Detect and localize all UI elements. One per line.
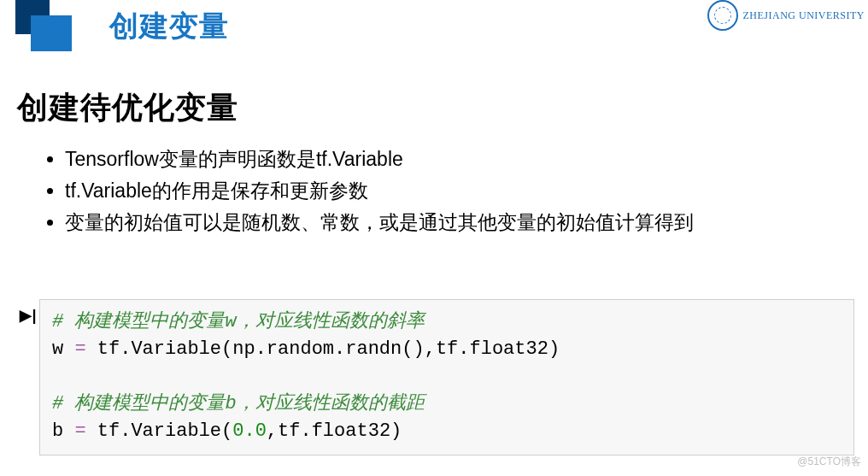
list-item: 变量的初始值可以是随机数、常数，或是通过其他变量的初始值计算得到: [65, 207, 694, 238]
watermark: @51CTO博客: [797, 455, 861, 469]
code-text: ,tf.float32): [267, 420, 402, 442]
university-brand: ZHEJIANG UNIVERSITY: [707, 0, 868, 31]
code-number: 0.0: [232, 420, 267, 442]
code-comment: # 构建模型中的变量b，对应线性函数的截距: [52, 393, 425, 414]
code-text: tf.Variable(: [86, 420, 233, 442]
code-text: tf.Variable(np.random.randn(),tf.float32…: [86, 338, 560, 360]
slide-title: 创建变量: [109, 7, 229, 46]
university-seal-icon: [707, 0, 738, 31]
list-item: tf.Variable的作用是保存和更新参数: [65, 175, 694, 207]
code-cell: ▶| # 构建模型中的变量w，对应线性函数的斜率 w = tf.Variable…: [17, 299, 854, 455]
list-item: Tensorflow变量的声明函数是tf.Variable: [65, 144, 694, 175]
university-name: ZHEJIANG UNIVERSITY: [743, 9, 868, 22]
block-light: [31, 15, 72, 51]
code-text: w: [52, 338, 74, 360]
code-operator: =: [74, 420, 85, 442]
code-operator: =: [74, 338, 85, 360]
code-text: b: [52, 420, 74, 442]
run-cell-icon[interactable]: ▶|: [17, 299, 39, 455]
bullet-list: Tensorflow变量的声明函数是tf.Variable tf.Variabl…: [62, 144, 694, 238]
code-comment: # 构建模型中的变量w，对应线性函数的斜率: [52, 311, 425, 332]
section-title: 创建待优化变量: [17, 87, 238, 129]
code-block: # 构建模型中的变量w，对应线性函数的斜率 w = tf.Variable(np…: [39, 299, 854, 455]
